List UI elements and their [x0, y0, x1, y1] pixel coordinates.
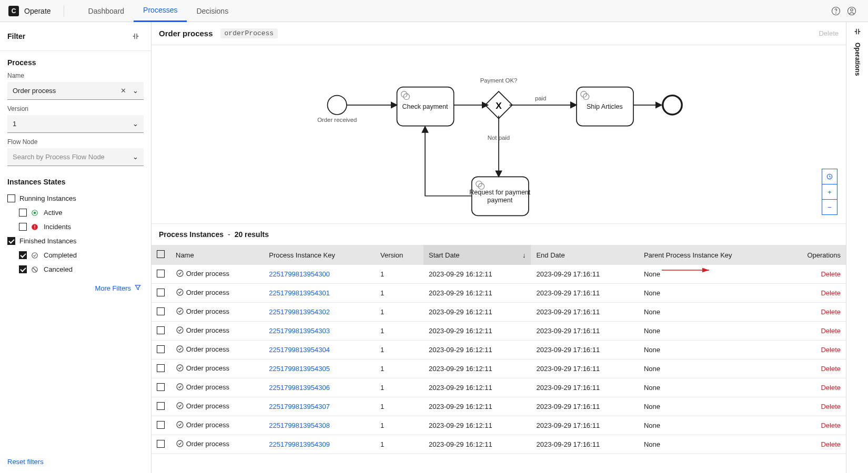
row-end: 2023-09-29 17:16:11 [531, 435, 638, 454]
flownode-select[interactable]: Search by Process Flow Node ⌄ [7, 148, 144, 166]
delete-instance-button[interactable]: Delete [821, 384, 841, 392]
delete-instance-button[interactable]: Delete [821, 289, 841, 297]
row-checkbox[interactable] [157, 326, 165, 334]
delete-instance-button[interactable]: Delete [821, 270, 841, 278]
finished-checkbox[interactable] [7, 237, 15, 245]
completed-status-icon [176, 269, 184, 279]
col-parent[interactable]: Parent Process Instance Key [639, 245, 782, 265]
svg-point-42 [177, 365, 183, 371]
col-ops[interactable]: Operations [782, 245, 846, 265]
row-checkbox[interactable] [157, 383, 165, 391]
delete-instance-button[interactable]: Delete [821, 365, 841, 373]
tab-decisions[interactable]: Decisions [187, 0, 238, 22]
instance-key-link[interactable]: 2251799813954308 [269, 421, 330, 429]
row-checkbox[interactable] [157, 421, 165, 429]
process-name-value: Order process [13, 87, 56, 95]
delete-instance-button[interactable]: Delete [821, 421, 841, 429]
help-icon[interactable] [828, 3, 844, 19]
delete-instance-button[interactable]: Delete [821, 327, 841, 335]
canceled-checkbox[interactable] [19, 265, 27, 273]
svg-point-1 [836, 13, 836, 13]
flownode-placeholder: Search by Process Flow Node [13, 153, 105, 161]
active-status-icon [31, 209, 39, 217]
row-parent: None [639, 265, 782, 284]
instance-key-link[interactable]: 2251799813954305 [269, 365, 330, 373]
instance-key-link[interactable]: 2251799813954303 [269, 327, 330, 335]
row-name: Order process [186, 364, 229, 372]
row-version: 1 [375, 265, 423, 284]
active-checkbox[interactable] [19, 209, 27, 217]
row-version: 1 [375, 322, 423, 341]
row-checkbox[interactable] [157, 307, 165, 315]
completed-status-icon [176, 420, 184, 430]
delete-process-button[interactable]: Delete [819, 29, 839, 37]
zoom-out-button[interactable]: − [822, 199, 837, 215]
instance-key-link[interactable]: 2251799813954307 [269, 403, 330, 410]
expand-rail-icon[interactable] [853, 27, 862, 37]
incidents-checkbox[interactable] [19, 223, 27, 231]
svg-point-40 [177, 327, 183, 333]
row-checkbox[interactable] [157, 364, 165, 372]
divider [64, 5, 64, 17]
delete-instance-button[interactable]: Delete [821, 403, 841, 410]
incidents-label: Incidents [44, 223, 71, 231]
instance-key-link[interactable]: 2251799813954304 [269, 346, 330, 354]
row-checkbox[interactable] [157, 402, 165, 410]
instance-key-link[interactable]: 2251799813954309 [269, 440, 330, 448]
col-key[interactable]: Process Instance Key [264, 245, 375, 265]
collapse-sidebar-icon[interactable] [128, 28, 144, 44]
tab-dashboard[interactable]: Dashboard [79, 0, 134, 22]
zoom-reset-button[interactable] [822, 169, 837, 184]
col-end[interactable]: End Date [531, 245, 638, 265]
completed-status-icon [31, 252, 39, 259]
svg-point-11 [328, 96, 347, 115]
more-filters-link[interactable]: More Filters [7, 276, 144, 300]
row-start: 2023-09-29 16:12:11 [423, 435, 531, 454]
row-version: 1 [375, 435, 423, 454]
process-name-select[interactable]: Order process ✕ ⌄ [7, 82, 144, 100]
svg-point-44 [177, 403, 183, 409]
row-name: Order process [186, 270, 229, 277]
clear-icon[interactable]: ✕ [120, 87, 126, 95]
version-select[interactable]: 1 ⌄ [7, 115, 144, 133]
row-start: 2023-09-29 16:12:11 [423, 303, 531, 322]
row-start: 2023-09-29 16:12:11 [423, 341, 531, 359]
row-end: 2023-09-29 17:16:11 [531, 359, 638, 378]
running-label: Running Instances [19, 194, 76, 202]
row-checkbox[interactable] [157, 270, 165, 277]
row-version: 1 [375, 416, 423, 435]
delete-instance-button[interactable]: Delete [821, 440, 841, 448]
row-parent: None [639, 435, 782, 454]
running-checkbox[interactable] [7, 194, 15, 202]
process-id-badge: orderProcess [220, 28, 278, 38]
instance-key-link[interactable]: 2251799813954301 [269, 289, 330, 297]
instance-key-link[interactable]: 2251799813954306 [269, 384, 330, 392]
completed-status-icon [176, 364, 184, 374]
svg-text:payment: payment [487, 197, 512, 204]
col-version[interactable]: Version [375, 245, 423, 265]
delete-instance-button[interactable]: Delete [821, 346, 841, 354]
col-name[interactable]: Name [170, 245, 264, 265]
row-version: 1 [375, 341, 423, 359]
row-checkbox[interactable] [157, 440, 165, 448]
delete-instance-button[interactable]: Delete [821, 308, 841, 316]
operations-rail[interactable]: Operations [846, 22, 868, 473]
user-icon[interactable] [844, 3, 860, 19]
zoom-in-button[interactable]: + [822, 184, 837, 200]
bpmn-diagram[interactable]: Order received Check payment X Payment O… [152, 45, 846, 224]
select-all-checkbox[interactable] [157, 250, 165, 258]
svg-point-24 [663, 96, 682, 115]
svg-text:Ship Articles: Ship Articles [587, 103, 623, 110]
table-row: Order process225179981395430912023-09-29… [152, 435, 846, 454]
col-start[interactable]: Start Date↓ [423, 245, 531, 265]
reset-filters-link[interactable]: Reset filters [0, 450, 151, 473]
completed-status-icon [176, 345, 184, 355]
table-row: Order process225179981395430412023-09-29… [152, 341, 846, 359]
row-checkbox[interactable] [157, 289, 165, 296]
instance-key-link[interactable]: 2251799813954302 [269, 308, 330, 316]
tab-processes[interactable]: Processes [134, 0, 187, 22]
row-checkbox[interactable] [157, 345, 165, 353]
app-logo: C [8, 6, 19, 16]
instance-key-link[interactable]: 2251799813954300 [269, 270, 330, 278]
completed-checkbox[interactable] [19, 251, 27, 259]
